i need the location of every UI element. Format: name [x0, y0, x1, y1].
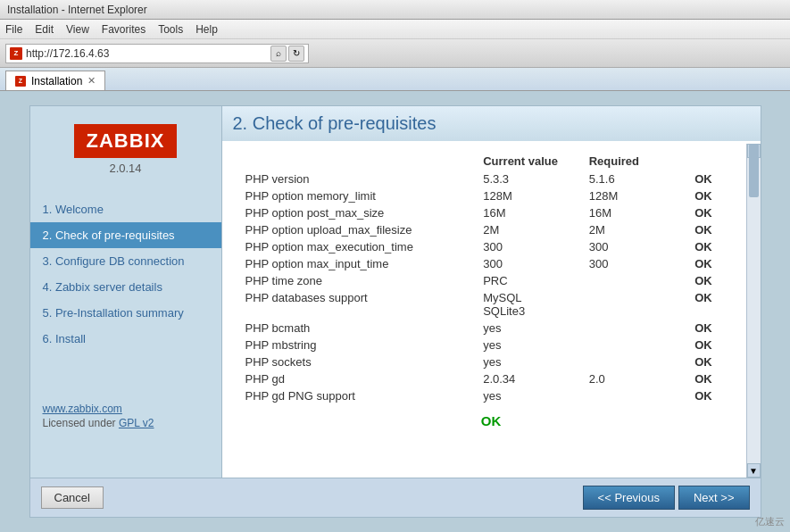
cell-current: 128M [478, 187, 584, 204]
menu-file[interactable]: File [5, 23, 22, 36]
cell-status: OK [689, 320, 742, 337]
table-row: PHP option post_max_size 16M 16M OK [240, 204, 743, 221]
nav-item-check[interactable]: 2. Check of pre-requisites [30, 222, 221, 248]
address-search-btn[interactable]: ⌕ [270, 46, 287, 62]
check-table: Current value Required PHP version 5.3.3… [240, 152, 743, 404]
cell-status: OK [689, 238, 742, 255]
cell-required [584, 272, 690, 289]
cell-required: 128M [584, 187, 690, 204]
table-row: PHP option memory_limit 128M 128M OK [240, 187, 743, 204]
cell-status: OK [689, 255, 742, 272]
cell-param: PHP mbstring [240, 337, 478, 353]
cell-required [584, 320, 690, 337]
cell-current: 2M [478, 221, 584, 238]
cell-param: PHP option upload_max_filesize [240, 221, 478, 238]
menu-tools[interactable]: Tools [158, 23, 183, 36]
cell-status: OK [689, 370, 742, 387]
cancel-button[interactable]: Cancel [41, 486, 104, 509]
cell-required [584, 387, 690, 404]
cell-required: 16M [584, 204, 690, 221]
favicon: Z [10, 47, 22, 60]
titlebar-text: Installation - Internet Explorer [7, 4, 147, 16]
scrollbar[interactable]: ▲ ▼ [746, 144, 761, 478]
cell-required: 5.1.6 [584, 170, 690, 187]
cell-status: OK [689, 272, 742, 289]
browser-tab-installation[interactable]: Z Installation ✕ [5, 71, 105, 90]
nav-item-db[interactable]: 3. Configure DB connection [30, 248, 221, 274]
cell-status: OK [689, 187, 742, 204]
scroll-down-arrow[interactable]: ▼ [747, 463, 761, 478]
table-row: PHP option max_execution_time 300 300 OK [240, 238, 743, 255]
tab-bar: Z Installation ✕ [0, 68, 790, 91]
cell-required: 2M [584, 221, 690, 238]
installer-main: ZABBIX 2.0.14 1. Welcome 2. Check of pre… [30, 106, 761, 478]
cell-current: 2.0.34 [478, 370, 584, 387]
browser-toolbar: Z http://172.16.4.63 ⌕ ↻ [0, 39, 790, 68]
cell-status: OK [689, 289, 742, 320]
cell-current: yes [478, 337, 584, 353]
cell-param: PHP bcmath [240, 320, 478, 337]
version-text: 2.0.14 [41, 162, 211, 175]
cell-required: 300 [584, 238, 690, 255]
installer-box: ZABBIX 2.0.14 1. Welcome 2. Check of pre… [29, 105, 761, 518]
logo-container: ZABBIX 2.0.14 [30, 117, 221, 189]
table-row: PHP sockets yes OK [240, 353, 743, 370]
table-row: PHP mbstring yes OK [240, 337, 743, 353]
table-row: PHP option upload_max_filesize 2M 2M OK [240, 221, 743, 238]
cell-current: yes [478, 320, 584, 337]
sidebar-nav: 1. Welcome 2. Check of pre-requisites 3.… [30, 196, 221, 352]
tab-close-button[interactable]: ✕ [87, 75, 96, 87]
page-content: ZABBIX 2.0.14 1. Welcome 2. Check of pre… [0, 91, 790, 532]
cell-current: 16M [478, 204, 584, 221]
cell-status: OK [689, 353, 742, 370]
nav-item-install[interactable]: 6. Install [30, 326, 221, 352]
cell-current: PRC [478, 272, 584, 289]
menu-favorites[interactable]: Favorites [102, 23, 146, 36]
col-header-current: Current value [478, 152, 584, 170]
license-text: Licensed under GPL v2 [43, 417, 209, 429]
table-row: PHP databases support MySQLSQLite3 OK [240, 289, 743, 320]
address-refresh-btn[interactable]: ↻ [288, 46, 304, 62]
cell-required [584, 337, 690, 353]
cell-param: PHP databases support [240, 289, 478, 320]
nav-item-welcome[interactable]: 1. Welcome [30, 196, 221, 222]
scroll-thumb[interactable] [749, 144, 759, 197]
bottom-bar: Cancel << Previous Next >> [30, 478, 761, 517]
gpl-link[interactable]: GPL v2 [119, 417, 154, 429]
cell-param: PHP option max_execution_time [240, 238, 478, 255]
cell-param: PHP gd PNG support [240, 387, 478, 404]
nav-item-summary[interactable]: 5. Pre-Installation summary [30, 300, 221, 326]
cell-current: 300 [478, 255, 584, 272]
cell-current: 5.3.3 [478, 170, 584, 187]
cell-param: PHP gd [240, 370, 478, 387]
cell-current: MySQLSQLite3 [478, 289, 584, 320]
cell-required [584, 289, 690, 320]
menu-edit[interactable]: Edit [35, 23, 54, 36]
previous-button[interactable]: << Previous [583, 486, 675, 510]
cell-status: OK [689, 221, 742, 238]
table-row: PHP gd 2.0.34 2.0 OK [240, 370, 743, 387]
cell-param: PHP option max_input_time [240, 255, 478, 272]
watermark: 亿速云 [755, 515, 785, 528]
nav-item-server[interactable]: 4. Zabbix server details [30, 274, 221, 300]
cell-required: 300 [584, 255, 690, 272]
cell-status: OK [689, 204, 742, 221]
zabbix-website-link[interactable]: www.zabbix.com [43, 403, 122, 415]
table-row: PHP option max_input_time 300 300 OK [240, 255, 743, 272]
browser-titlebar: Installation - Internet Explorer [0, 0, 790, 20]
menu-help[interactable]: Help [195, 23, 218, 36]
cell-status: OK [689, 337, 742, 353]
cell-status: OK [689, 170, 742, 187]
address-bar[interactable]: Z http://172.16.4.63 ⌕ ↻ [5, 44, 309, 63]
cell-param: PHP option post_max_size [240, 204, 478, 221]
content-title: 2. Check of pre-requisites [222, 106, 761, 141]
sidebar: ZABBIX 2.0.14 1. Welcome 2. Check of pre… [30, 106, 222, 478]
cell-param: PHP time zone [240, 272, 478, 289]
next-button[interactable]: Next >> [678, 486, 750, 510]
zabbix-logo: ZABBIX [74, 124, 178, 158]
cell-param: PHP sockets [240, 353, 478, 370]
cell-status: OK [689, 387, 742, 404]
sidebar-footer: www.zabbix.com Licensed under GPL v2 [30, 387, 221, 436]
cell-current: yes [478, 387, 584, 404]
menu-view[interactable]: View [66, 23, 89, 36]
